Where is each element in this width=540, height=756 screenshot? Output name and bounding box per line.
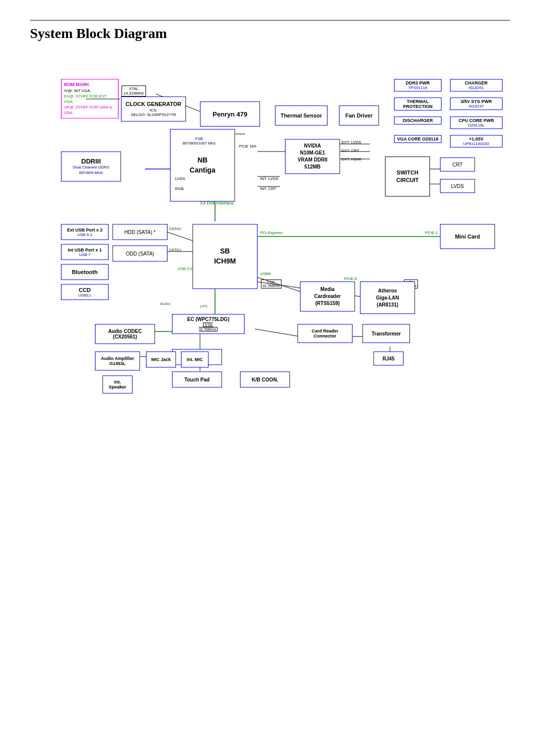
fan-driver-label: Fan Driver <box>346 112 372 118</box>
ext-usb2-label: Ext USB Port x 2 <box>67 228 102 232</box>
lpc-label: LPC <box>200 304 208 308</box>
charger-box: CHARGER ISL6251 <box>450 79 502 92</box>
hdd-label: HDD (SATA) * <box>124 230 156 235</box>
xtal-sb: XTAL32.768KHz <box>261 280 282 288</box>
ddr3-pwr-box: DDR3 PWR TPS51116 <box>394 79 442 92</box>
switch-circuit-box: SWITCHCIRCUIT <box>385 156 430 196</box>
hdd-box: HDD (SATA) * <box>112 224 168 240</box>
plus105v-sub: UP6111AGDD <box>452 142 500 146</box>
ext-lvds-label: EXT. LVDS <box>342 140 361 144</box>
pcie1-label: PCIE-1 <box>425 230 438 235</box>
ext-crt-label: EXT. CRT <box>342 148 359 153</box>
audio-amp-box: Audio AmplifierG1453L <box>95 352 140 370</box>
sys-pwr-label: 3/5V SYS PWR <box>452 99 500 104</box>
touch-pad-label: Touch Pad <box>184 377 210 382</box>
int-mic-label: Int. MIC <box>186 357 203 362</box>
sys-pwr-box: 3/5V SYS PWR ISL6237 <box>450 98 502 110</box>
ddr3-pwr-sub: TPS51116 <box>396 86 439 90</box>
int-usb1-box: Int USB Port x 1 USB 7 <box>61 244 108 260</box>
penryn-box: Penryn 479 <box>200 102 260 126</box>
rj45-label: RJ45 <box>382 356 394 362</box>
bom-line-2: EV@: STUFF FOR EXT VGA <box>64 94 116 104</box>
bluetooth-label: Bluetooth <box>72 269 98 275</box>
fan-driver-box: Fan Driver <box>339 106 379 126</box>
thermal-sensor-label: Thermal Sensor <box>280 112 322 118</box>
thermal-prot-box: THERMAL PROTECTION <box>394 98 442 110</box>
ext-hdmi-label: EXT. HDMI <box>342 157 362 162</box>
int-usb1-sub: USB 7 <box>79 252 90 257</box>
charger-sub: ISL6251 <box>452 86 500 90</box>
audio-codec-label: Audio CODEC(CX20561) <box>108 328 142 340</box>
penryn-label: Penryn 479 <box>212 110 247 118</box>
thermal-sensor-box: Thermal Sensor <box>275 106 328 126</box>
ext-usb2-box: Ext USB Port x 2 USB 5.1 <box>61 224 108 240</box>
sata1-label: SATA1 <box>169 248 181 252</box>
int-speaker-box: Int.Speaker <box>102 376 132 394</box>
vga-core-box: VGA CORE OZ8118 <box>394 135 442 143</box>
int-mic-box: Int. MIC <box>181 352 208 368</box>
card-reader-conn-box: Card ReaderConnector <box>298 324 352 343</box>
atheros-label: AtherosGiga-LAN(AR8131) <box>376 288 399 308</box>
discharger-box: DISCHARGER <box>394 116 442 124</box>
mini-card-label: Mini Card <box>455 234 480 240</box>
plus105v-box: +1.05V UP6111AGDD <box>450 135 502 148</box>
crt-label: CRT <box>452 162 462 168</box>
clock-generator-box: CLOCK GENERATOR ICS:SELGO: SLG85P5127TR <box>121 96 186 122</box>
thermal-prot-label: THERMAL PROTECTION <box>396 99 439 109</box>
xtal-clock-label: XTAL14.318MHz <box>122 86 146 96</box>
header-divider <box>30 20 510 20</box>
mic-jack-box: MIC Jack <box>146 352 176 368</box>
crt-box: CRT <box>440 158 475 172</box>
odd-box: ODD (SATA) <box>112 246 168 262</box>
ccd-sub: USB11 <box>78 293 91 298</box>
int-usb1-label: Int USB Port x 1 <box>68 248 102 252</box>
rj45-box: RJ45 <box>374 352 404 366</box>
card-reader-conn-label: Card ReaderConnector <box>312 328 338 338</box>
ddriii-label: DDRIII <box>82 158 101 165</box>
pci-express-label: PCI-Express <box>260 230 282 235</box>
int-crt-label: INT. CRT <box>260 186 276 191</box>
touch-pad-box: Touch Pad <box>172 372 222 388</box>
vga-core-label: VGA CORE OZ8118 <box>396 136 439 142</box>
nvidia-box: NVIDIAN10M-GE1VRAM DDRII512MB <box>285 139 340 174</box>
clock-gen-label: CLOCK GENERATOR <box>126 101 181 107</box>
rgb-label: RGB <box>175 186 184 191</box>
lvds-label: LVDS <box>451 184 464 189</box>
audio-amp-label: Audio AmplifierG1453L <box>101 356 134 366</box>
ec-label: EC (WPC775LDG) <box>187 316 229 322</box>
cpu-core-pwr-box: CPU CORE PWR OZ8118L <box>450 116 502 129</box>
lvds-box: LVDS <box>440 179 475 193</box>
diagram-area: BOM MARK IV@: INT VGA EV@: STUFF FOR EXT… <box>30 52 510 402</box>
kb-coon-label: K/B COON. <box>252 377 278 382</box>
bom-line-1: IV@: INT VGA <box>64 88 116 94</box>
cpu-core-pwr-label: CPU CORE PWR <box>452 118 500 123</box>
bom-mark-box: BOM MARK IV@: INT VGA EV@: STUFF FOR EXT… <box>61 79 118 118</box>
discharger-label: DISCHARGER <box>396 118 439 123</box>
media-cardreader-label: MediaCardreader(RTS5159) <box>314 286 340 307</box>
mic-jack-label: MIC Jack <box>151 357 170 362</box>
bluetooth-box: Bluetooth <box>61 264 108 280</box>
cpu-core-pwr-sub: OZ8118L <box>452 123 500 128</box>
pcie6-label: PCIE-6 <box>344 276 357 281</box>
x4-dmi-label: X4 DMI Interface <box>200 200 234 206</box>
transformer-box: Transformer <box>362 324 410 343</box>
pcie16x-label: PCIE 16X <box>239 144 256 148</box>
sys-pwr-sub: ISL6237 <box>452 104 500 108</box>
usb8-label: USB8 <box>260 272 270 276</box>
kb-coon-box: K/B COON. <box>240 372 290 388</box>
int-speaker-label: Int.Speaker <box>108 380 126 390</box>
switch-circuit-label: SWITCHCIRCUIT <box>396 169 419 184</box>
usb20-label: USB 2.0 <box>178 266 192 271</box>
audio-codec-box: Audio CODEC(CX20561) <box>95 324 155 344</box>
lvds-line-label: LVDS <box>175 176 185 181</box>
ddr3-pwr-label: DDR3 PWR <box>396 80 439 86</box>
ec-box: EC (WPC775LDG) XTAL32.768KHz <box>172 314 244 334</box>
svg-line-21 <box>255 329 300 336</box>
bom-line-3: SP@: STUFF FOR UMA or VGA <box>64 104 116 116</box>
ext-usb2-sub: USB 5.1 <box>78 232 92 237</box>
ccd-box: CCD USB11 <box>61 284 108 300</box>
audio-label: Audio <box>160 302 170 306</box>
ddriii-sub: Dual Channel DDR3667/800 MHz <box>73 165 109 176</box>
sata0-label: SATA0 <box>169 226 181 231</box>
sb-label: SBICH9M <box>214 246 236 266</box>
